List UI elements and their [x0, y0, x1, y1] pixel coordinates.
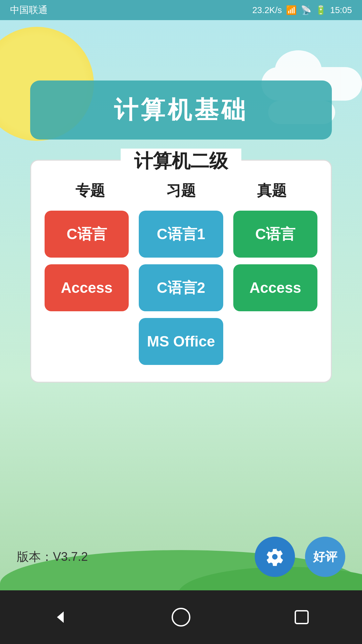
signal-icon: 📡: [301, 5, 311, 15]
speed-label: 23.2K/s: [252, 5, 282, 15]
nav-bar: [0, 590, 362, 644]
version-text: 版本：V3.7.2: [17, 549, 88, 565]
home-icon: [171, 607, 191, 627]
btn-c-language-special[interactable]: C语言: [45, 211, 129, 258]
svg-rect-2: [295, 611, 308, 624]
button-row-3: MS Office: [45, 318, 317, 365]
btn-access-special[interactable]: Access: [45, 264, 129, 311]
button-row-1: C语言 C语言1 C语言: [45, 211, 317, 258]
btn-ms-office[interactable]: MS Office: [139, 318, 223, 365]
time-label: 15:05: [330, 5, 352, 15]
nav-recent-button[interactable]: [290, 605, 313, 629]
back-icon: [52, 609, 69, 626]
status-bar: 中国联通 23.2K/s 📶 📡 🔋 15:05: [0, 0, 362, 20]
title-banner: 计算机基础: [30, 80, 332, 140]
col-header-xi: 习题: [135, 181, 226, 201]
status-bar-right: 23.2K/s 📶 📡 🔋 15:05: [252, 5, 352, 15]
bottom-buttons: 好评: [255, 537, 345, 577]
btn-c-language-2[interactable]: C语言2: [139, 264, 223, 311]
title-text: 计算机基础: [114, 96, 248, 123]
bottom-bar: 版本：V3.7.2 好评: [0, 537, 362, 577]
recent-icon: [293, 609, 310, 626]
btn-access-real[interactable]: Access: [233, 264, 317, 311]
wifi-icon: 📶: [286, 5, 297, 15]
col-header-zhuan: 专题: [45, 181, 135, 201]
card-title: 计算机二级: [121, 149, 241, 174]
svg-marker-0: [57, 611, 64, 623]
main-content: 计算机基础 计算机二级 专题 习题 真题 C语言 C语言1 C语言 Access: [0, 20, 362, 617]
btn-c-language-real[interactable]: C语言: [233, 211, 317, 258]
svg-point-1: [172, 608, 190, 626]
carrier-label: 中国联通: [10, 4, 48, 16]
nav-home-button[interactable]: [169, 605, 193, 629]
gear-icon: [265, 547, 284, 566]
button-row-2: Access C语言2 Access: [45, 264, 317, 311]
nav-back-button[interactable]: [49, 605, 72, 629]
column-headers: 专题 习题 真题: [45, 181, 317, 201]
settings-button[interactable]: [255, 537, 295, 577]
card: 计算机二级 专题 习题 真题 C语言 C语言1 C语言 Access C: [30, 160, 332, 383]
review-button[interactable]: 好评: [305, 537, 345, 577]
col-header-zhen: 真题: [227, 181, 317, 201]
btn-c-language-1[interactable]: C语言1: [139, 211, 223, 258]
battery-icon: 🔋: [315, 5, 326, 15]
